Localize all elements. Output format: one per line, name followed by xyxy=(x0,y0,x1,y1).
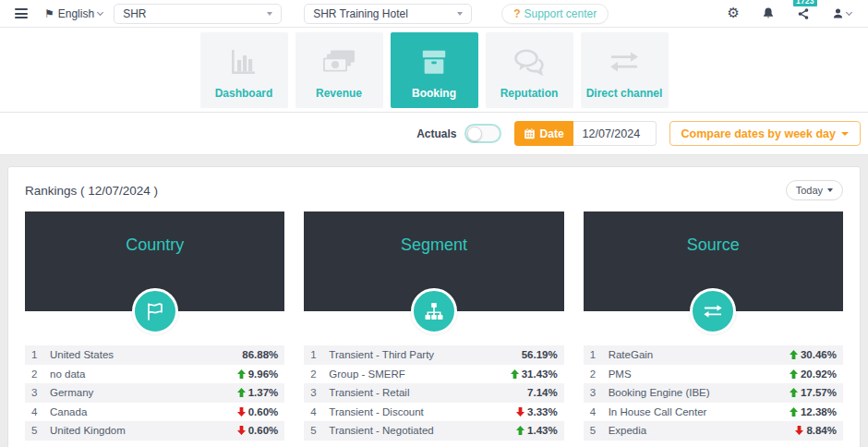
tab-label: Booking xyxy=(412,87,456,100)
pennant-flag-icon xyxy=(132,288,178,334)
archive-box-icon xyxy=(420,32,448,87)
rank-percentage: 9.96% xyxy=(248,368,279,380)
tab-reputation[interactable]: Reputation xyxy=(486,32,573,108)
rank-percentage: 17.57% xyxy=(801,387,837,398)
rank-value: 30.46% xyxy=(790,349,837,360)
rank-number: 1 xyxy=(31,349,41,360)
range-dropdown-label: Today xyxy=(796,185,823,196)
rank-number: 2 xyxy=(590,368,599,380)
rank-number: 2 xyxy=(31,368,41,380)
main-tabs: Dashboard Revenue Booking Reputation Dir… xyxy=(0,28,868,113)
rank-label: PMS xyxy=(609,368,632,380)
ranking-row: 4In House Call Center12.38% xyxy=(584,403,843,422)
ranking-row: 4Transient - Discount3.33% xyxy=(304,403,563,422)
rank-label: Group - SMERF xyxy=(329,368,404,380)
rank-number: 4 xyxy=(590,406,599,417)
ranking-row: 3Transient - Retail7.14% xyxy=(304,383,563,403)
rank-percentage: 0.60% xyxy=(248,425,279,436)
ranking-row: 2PMS20.92% xyxy=(584,365,843,384)
rank-value: 31.43% xyxy=(511,368,558,380)
hotel-select-value: SHR Training Hotel xyxy=(313,7,408,20)
support-center-label: Support center xyxy=(524,7,597,20)
rank-percentage: 8.84% xyxy=(806,425,837,436)
rank-number: 1 xyxy=(310,349,319,360)
range-dropdown-button[interactable]: Today xyxy=(786,180,843,200)
trend-up-icon xyxy=(237,369,246,379)
rank-label: Transient - Retail xyxy=(329,387,409,398)
rankings-panel-header: Rankings ( 12/07/2024 ) Today xyxy=(25,180,843,200)
trend-up-icon xyxy=(790,350,798,359)
ranking-row: 3Booking Engine (IBE)17.57% xyxy=(584,383,843,403)
actuals-control: Actuals xyxy=(416,124,500,143)
ranking-list: 1RateGain30.46%2PMS20.92%3Booking Engine… xyxy=(584,345,843,441)
exchange-arrows-icon xyxy=(690,288,736,334)
user-icon xyxy=(832,7,844,19)
rank-number: 3 xyxy=(31,387,41,398)
date-button[interactable]: Date xyxy=(514,121,573,146)
rank-label: Expedia xyxy=(609,425,647,436)
rank-number: 2 xyxy=(310,368,319,380)
flag-icon: ⚑ xyxy=(44,8,54,19)
rank-value: 56.19% xyxy=(522,349,558,360)
rank-number: 3 xyxy=(590,387,599,398)
rank-label: Booking Engine (IBE) xyxy=(609,387,710,398)
ranking-row: 2no data9.96% xyxy=(25,365,284,384)
trend-up-icon xyxy=(237,388,246,397)
speech-bubbles-icon xyxy=(512,32,546,87)
compare-dates-button[interactable]: Compare dates by week day xyxy=(669,121,861,146)
date-picker: Date 12/07/2024 xyxy=(514,121,657,146)
rank-value: 3.33% xyxy=(516,406,558,417)
chevron-down-icon xyxy=(97,8,103,15)
tab-revenue[interactable]: Revenue xyxy=(295,32,383,108)
tab-booking[interactable]: Booking xyxy=(391,32,478,108)
rank-value: 1.37% xyxy=(237,387,279,398)
rank-percentage: 12.38% xyxy=(801,406,837,417)
rank-label: United Kingdom xyxy=(50,425,126,436)
rank-number: 5 xyxy=(31,425,41,436)
ranking-list: 1Transient - Third Party56.19%2Group - S… xyxy=(304,345,563,441)
rank-percentage: 20.92% xyxy=(801,368,837,380)
rank-label: no data xyxy=(50,368,85,380)
ranking-row: 5Expedia8.84% xyxy=(584,421,843,441)
card-header: Source xyxy=(584,211,843,311)
rank-value: 9.96% xyxy=(237,368,279,380)
ranking-row: 1United States86.88% xyxy=(25,345,284,365)
trend-up-icon xyxy=(790,407,798,417)
ranking-row: 5Transient - Negotiated1.43% xyxy=(304,421,563,441)
trend-down-icon xyxy=(516,407,524,417)
property-select[interactable]: SHR xyxy=(114,4,282,24)
rank-label: Transient - Third Party xyxy=(329,349,434,360)
gear-icon[interactable]: ⚙ xyxy=(728,6,740,20)
rank-label: Transient - Negotiated xyxy=(329,425,433,436)
rank-label: Transient - Discount xyxy=(329,406,423,417)
rank-value: 12.38% xyxy=(790,406,837,417)
rank-label: RateGain xyxy=(609,349,654,360)
date-input[interactable]: 12/07/2024 xyxy=(573,121,657,146)
actuals-label: Actuals xyxy=(416,127,456,140)
hamburger-menu-icon[interactable] xyxy=(13,6,30,21)
rank-number: 4 xyxy=(310,406,319,417)
tab-dashboard[interactable]: Dashboard xyxy=(200,32,288,108)
rank-value: 20.92% xyxy=(790,368,837,380)
rank-number: 5 xyxy=(590,425,599,436)
bell-icon[interactable] xyxy=(762,6,775,20)
user-menu[interactable] xyxy=(832,7,851,19)
support-center-button[interactable]: ? Support center xyxy=(501,4,609,24)
rank-percentage: 30.46% xyxy=(801,349,837,360)
date-button-label: Date xyxy=(540,127,564,140)
rankings-panel: Rankings ( 12/07/2024 ) Today Country 1U… xyxy=(7,166,861,447)
rank-label: United States xyxy=(50,349,114,360)
bar-chart-icon xyxy=(229,32,259,87)
share-icon[interactable]: 1723 xyxy=(797,7,810,20)
rank-percentage: 1.37% xyxy=(248,387,279,398)
topbar-actions: ⚙ 1723 xyxy=(728,6,855,20)
card-header: Segment xyxy=(304,211,563,311)
trend-up-icon xyxy=(790,369,798,379)
language-selector[interactable]: ⚑ English xyxy=(44,7,102,20)
ranking-row: 5United Kingdom0.60% xyxy=(25,421,284,441)
chevron-down-icon xyxy=(457,12,463,16)
tab-label: Dashboard xyxy=(215,87,273,100)
tab-direct-channel[interactable]: Direct channel xyxy=(581,32,669,108)
actuals-toggle[interactable] xyxy=(464,124,501,143)
hotel-select[interactable]: SHR Training Hotel xyxy=(304,4,472,24)
